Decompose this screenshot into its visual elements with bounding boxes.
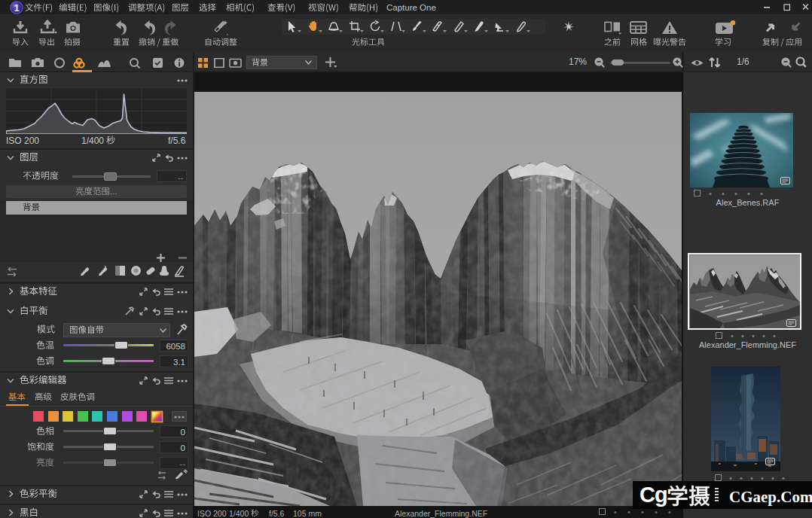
svg-text:1: 1 xyxy=(14,2,19,14)
